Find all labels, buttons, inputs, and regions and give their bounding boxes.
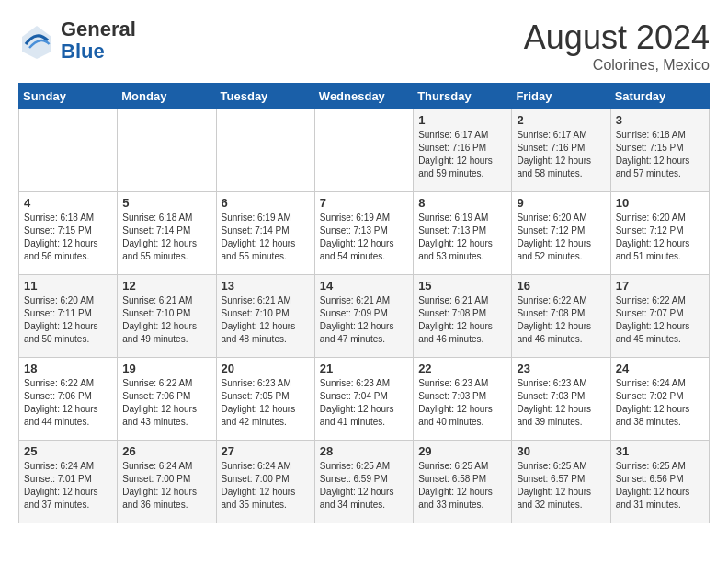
day-number: 8: [418, 196, 506, 210]
day-cell: [216, 109, 314, 192]
day-cell: 26Sunrise: 6:24 AM Sunset: 7:00 PM Dayli…: [118, 441, 216, 523]
day-number: 21: [320, 362, 408, 375]
calendar-body: 1Sunrise: 6:17 AM Sunset: 7:16 PM Daylig…: [19, 109, 710, 523]
day-info: Sunrise: 6:23 AM Sunset: 7:04 PM Dayligh…: [320, 377, 408, 429]
weekday-header-row: SundayMondayTuesdayWednesdayThursdayFrid…: [19, 84, 710, 109]
day-info: Sunrise: 6:17 AM Sunset: 7:16 PM Dayligh…: [418, 129, 506, 180]
day-info: Sunrise: 6:23 AM Sunset: 7:05 PM Dayligh…: [222, 377, 310, 429]
day-info: Sunrise: 6:22 AM Sunset: 7:06 PM Dayligh…: [122, 377, 210, 429]
day-cell: 3Sunrise: 6:18 AM Sunset: 7:15 PM Daylig…: [610, 109, 709, 192]
day-cell: 15Sunrise: 6:21 AM Sunset: 7:08 PM Dayli…: [414, 275, 512, 358]
day-number: 24: [616, 362, 704, 375]
day-info: Sunrise: 6:23 AM Sunset: 7:03 PM Dayligh…: [418, 377, 506, 429]
day-cell: [314, 109, 413, 192]
day-info: Sunrise: 6:19 AM Sunset: 7:14 PM Dayligh…: [222, 212, 310, 263]
day-number: 31: [616, 444, 704, 458]
day-number: 20: [222, 362, 310, 375]
week-row-3: 11Sunrise: 6:20 AM Sunset: 7:11 PM Dayli…: [19, 275, 710, 358]
day-info: Sunrise: 6:25 AM Sunset: 6:58 PM Dayligh…: [418, 460, 506, 511]
day-number: 23: [517, 362, 605, 375]
day-cell: 25Sunrise: 6:24 AM Sunset: 7:01 PM Dayli…: [19, 441, 118, 523]
day-info: Sunrise: 6:21 AM Sunset: 7:08 PM Dayligh…: [418, 294, 506, 346]
page-header: General Blue August 2024 Colorines, Mexi…: [18, 18, 710, 74]
day-cell: 4Sunrise: 6:18 AM Sunset: 7:15 PM Daylig…: [19, 192, 118, 275]
day-info: Sunrise: 6:23 AM Sunset: 7:03 PM Dayligh…: [517, 377, 605, 429]
weekday-monday: Monday: [118, 84, 216, 109]
day-cell: 31Sunrise: 6:25 AM Sunset: 6:56 PM Dayli…: [610, 441, 709, 523]
day-info: Sunrise: 6:25 AM Sunset: 6:56 PM Dayligh…: [616, 460, 704, 511]
day-cell: 24Sunrise: 6:24 AM Sunset: 7:02 PM Dayli…: [610, 358, 709, 441]
day-info: Sunrise: 6:22 AM Sunset: 7:08 PM Dayligh…: [517, 294, 605, 346]
day-number: 26: [122, 444, 210, 458]
day-number: 10: [616, 196, 704, 210]
day-cell: 14Sunrise: 6:21 AM Sunset: 7:09 PM Dayli…: [314, 275, 413, 358]
logo: General Blue: [18, 18, 136, 63]
day-info: Sunrise: 6:18 AM Sunset: 7:15 PM Dayligh…: [24, 212, 112, 263]
day-cell: 28Sunrise: 6:25 AM Sunset: 6:59 PM Dayli…: [314, 441, 413, 523]
day-info: Sunrise: 6:22 AM Sunset: 7:06 PM Dayligh…: [24, 377, 112, 429]
day-info: Sunrise: 6:24 AM Sunset: 7:02 PM Dayligh…: [616, 377, 704, 429]
day-number: 28: [320, 444, 408, 458]
week-row-4: 18Sunrise: 6:22 AM Sunset: 7:06 PM Dayli…: [19, 358, 710, 441]
day-info: Sunrise: 6:20 AM Sunset: 7:12 PM Dayligh…: [616, 212, 704, 263]
day-number: 9: [517, 196, 605, 210]
day-info: Sunrise: 6:19 AM Sunset: 7:13 PM Dayligh…: [320, 212, 408, 263]
day-cell: 30Sunrise: 6:25 AM Sunset: 6:57 PM Dayli…: [512, 441, 610, 523]
day-cell: 20Sunrise: 6:23 AM Sunset: 7:05 PM Dayli…: [216, 358, 314, 441]
day-number: 5: [122, 196, 210, 210]
weekday-thursday: Thursday: [414, 84, 512, 109]
day-info: Sunrise: 6:18 AM Sunset: 7:14 PM Dayligh…: [122, 212, 210, 263]
day-cell: [19, 109, 118, 192]
day-number: 4: [24, 196, 112, 210]
day-number: 17: [616, 279, 704, 293]
weekday-friday: Friday: [512, 84, 610, 109]
day-cell: 1Sunrise: 6:17 AM Sunset: 7:16 PM Daylig…: [414, 109, 512, 192]
day-info: Sunrise: 6:24 AM Sunset: 7:00 PM Dayligh…: [222, 460, 310, 511]
week-row-2: 4Sunrise: 6:18 AM Sunset: 7:15 PM Daylig…: [19, 192, 710, 275]
day-number: 19: [122, 362, 210, 375]
day-number: 25: [24, 444, 112, 458]
day-number: 16: [517, 279, 605, 293]
day-cell: 2Sunrise: 6:17 AM Sunset: 7:16 PM Daylig…: [512, 109, 610, 192]
day-cell: 23Sunrise: 6:23 AM Sunset: 7:03 PM Dayli…: [512, 358, 610, 441]
weekday-saturday: Saturday: [610, 84, 709, 109]
week-row-5: 25Sunrise: 6:24 AM Sunset: 7:01 PM Dayli…: [19, 441, 710, 523]
day-info: Sunrise: 6:18 AM Sunset: 7:15 PM Dayligh…: [616, 129, 704, 180]
day-cell: 9Sunrise: 6:20 AM Sunset: 7:12 PM Daylig…: [512, 192, 610, 275]
day-cell: 12Sunrise: 6:21 AM Sunset: 7:10 PM Dayli…: [118, 275, 216, 358]
day-info: Sunrise: 6:25 AM Sunset: 6:57 PM Dayligh…: [517, 460, 605, 511]
day-number: 12: [122, 279, 210, 293]
day-info: Sunrise: 6:19 AM Sunset: 7:13 PM Dayligh…: [418, 212, 506, 263]
day-info: Sunrise: 6:20 AM Sunset: 7:12 PM Dayligh…: [517, 212, 605, 263]
logo-icon: [18, 22, 55, 59]
day-info: Sunrise: 6:21 AM Sunset: 7:10 PM Dayligh…: [222, 294, 310, 346]
day-cell: 8Sunrise: 6:19 AM Sunset: 7:13 PM Daylig…: [414, 192, 512, 275]
calendar-header: SundayMondayTuesdayWednesdayThursdayFrid…: [19, 84, 710, 109]
day-info: Sunrise: 6:25 AM Sunset: 6:59 PM Dayligh…: [320, 460, 408, 511]
day-info: Sunrise: 6:21 AM Sunset: 7:09 PM Dayligh…: [320, 294, 408, 346]
day-info: Sunrise: 6:22 AM Sunset: 7:07 PM Dayligh…: [616, 294, 704, 346]
location: Colorines, Mexico: [524, 57, 710, 74]
day-number: 13: [222, 279, 310, 293]
day-cell: 29Sunrise: 6:25 AM Sunset: 6:58 PM Dayli…: [414, 441, 512, 523]
weekday-tuesday: Tuesday: [216, 84, 314, 109]
day-number: 27: [222, 444, 310, 458]
day-number: 1: [418, 113, 506, 127]
day-cell: 19Sunrise: 6:22 AM Sunset: 7:06 PM Dayli…: [118, 358, 216, 441]
day-cell: 6Sunrise: 6:19 AM Sunset: 7:14 PM Daylig…: [216, 192, 314, 275]
day-cell: 22Sunrise: 6:23 AM Sunset: 7:03 PM Dayli…: [414, 358, 512, 441]
month-year: August 2024: [524, 18, 710, 57]
day-info: Sunrise: 6:20 AM Sunset: 7:11 PM Dayligh…: [24, 294, 112, 346]
day-info: Sunrise: 6:24 AM Sunset: 7:00 PM Dayligh…: [122, 460, 210, 511]
day-cell: 10Sunrise: 6:20 AM Sunset: 7:12 PM Dayli…: [610, 192, 709, 275]
weekday-wednesday: Wednesday: [314, 84, 413, 109]
day-number: 11: [24, 279, 112, 293]
day-number: 29: [418, 444, 506, 458]
day-cell: 17Sunrise: 6:22 AM Sunset: 7:07 PM Dayli…: [610, 275, 709, 358]
title-block: August 2024 Colorines, Mexico: [524, 18, 710, 74]
day-number: 22: [418, 362, 506, 375]
day-number: 7: [320, 196, 408, 210]
day-cell: [118, 109, 216, 192]
day-number: 14: [320, 279, 408, 293]
day-cell: 16Sunrise: 6:22 AM Sunset: 7:08 PM Dayli…: [512, 275, 610, 358]
